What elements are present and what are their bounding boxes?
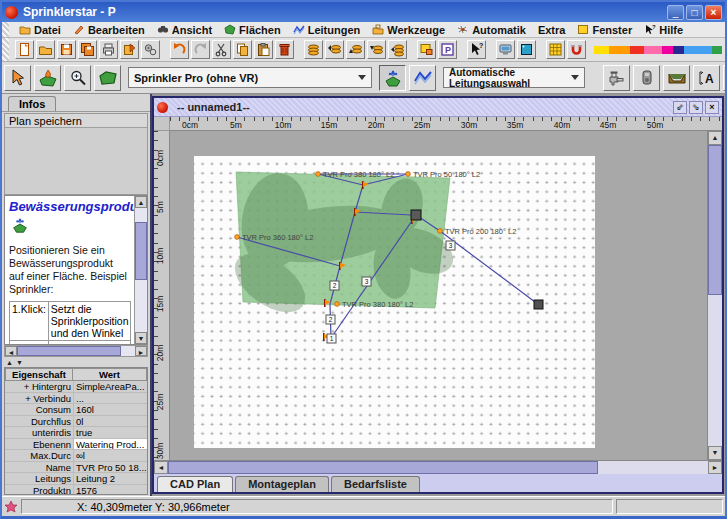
scrollbar-thumb[interactable] <box>708 145 722 295</box>
place-sprinkler-button[interactable] <box>379 65 406 91</box>
table-row[interactable]: Max.Durc∞l <box>5 450 147 462</box>
color-pink[interactable] <box>644 46 662 54</box>
color-yellow[interactable] <box>594 46 609 54</box>
table-row[interactable]: Durchflus0l <box>5 416 147 428</box>
help-mode-button[interactable]: ? <box>467 40 486 59</box>
menu-automatik[interactable]: Automatik <box>451 22 532 37</box>
tab-montageplan[interactable]: Montageplan <box>235 476 329 492</box>
menu-bearbeiten[interactable]: Bearbeiten <box>67 22 151 37</box>
new-window-button[interactable] <box>417 40 436 59</box>
info-vertical-scrollbar[interactable]: ▲ ▼ <box>134 196 147 344</box>
scrollbar-thumb[interactable] <box>17 346 121 356</box>
color-navy[interactable] <box>673 46 684 54</box>
faucet-button[interactable] <box>603 65 630 91</box>
layers-3-button[interactable] <box>346 40 365 59</box>
plan-p-button[interactable]: P <box>438 40 457 59</box>
color-green[interactable] <box>712 46 722 54</box>
splitter-up-icon[interactable]: ▲ <box>6 359 13 366</box>
color-orange[interactable] <box>609 46 630 54</box>
splitter-down-icon[interactable]: ▼ <box>16 359 23 366</box>
splitter-handle[interactable]: ▲ ▼ <box>2 357 150 367</box>
canvas-vertical-scrollbar[interactable]: ▲ ▼ <box>707 131 722 460</box>
table-row[interactable]: Consum160l <box>5 404 147 416</box>
zoom-button[interactable] <box>64 65 91 91</box>
color-strip[interactable] <box>594 46 722 54</box>
scroll-up-icon[interactable]: ▲ <box>708 131 722 145</box>
frame-restore-button[interactable]: ⇘ <box>689 101 703 114</box>
viewport-button[interactable] <box>517 40 536 59</box>
delete-button[interactable] <box>275 40 294 59</box>
cut-button[interactable] <box>212 40 231 59</box>
select-button[interactable] <box>4 65 31 91</box>
tab-cad-plan[interactable]: CAD Plan <box>157 476 233 492</box>
menu-fenster[interactable]: Fenster <box>571 22 638 37</box>
table-row[interactable]: Produktn1576 <box>5 485 147 496</box>
selected-node[interactable] <box>411 210 421 220</box>
sprinkler-combo[interactable]: Sprinkler Pro (ohne VR) <box>128 67 372 88</box>
pipes-combo[interactable]: Automatische Leitungsauswahl <box>443 67 585 88</box>
header-eigenschaft[interactable]: Eigenschaft <box>5 368 73 381</box>
cad-canvas[interactable]: TVR Pro 380 180° L2 TVR Pro 50 180° L2 T… <box>170 131 707 460</box>
menu-hilfe[interactable]: ? Hilfe <box>638 22 689 37</box>
menu-ansicht[interactable]: Ansicht <box>151 22 218 37</box>
paste-button[interactable] <box>254 40 273 59</box>
monitor-button[interactable] <box>496 40 515 59</box>
scrollbar-thumb[interactable] <box>168 461 598 474</box>
water-source-node[interactable] <box>534 300 543 309</box>
maximize-button[interactable]: □ <box>686 5 703 20</box>
measure-button[interactable] <box>723 65 727 91</box>
layers-4-button[interactable] <box>367 40 386 59</box>
tab-bedarfsliste[interactable]: Bedarfsliste <box>331 476 420 492</box>
auto-text-button[interactable]: A <box>693 65 720 91</box>
pump-button[interactable] <box>633 65 660 91</box>
frame-minimize-button[interactable]: ⇙ <box>673 101 687 114</box>
snap-button[interactable] <box>567 40 586 59</box>
grid-button[interactable] <box>546 40 565 59</box>
area-button[interactable] <box>94 65 121 91</box>
scroll-down-icon[interactable]: ▼ <box>135 332 147 344</box>
scrollbar-thumb[interactable] <box>135 222 147 280</box>
menu-werkzeuge[interactable]: Werkzeuge <box>366 22 451 37</box>
frame-close-button[interactable]: × <box>705 101 719 114</box>
table-row[interactable]: + HintergruSimpleAreaPa... <box>5 381 147 393</box>
scroll-right-icon[interactable]: ► <box>708 461 722 474</box>
toolbar-grip[interactable] <box>2 38 9 61</box>
trough-button[interactable] <box>663 65 690 91</box>
scroll-up-icon[interactable]: ▲ <box>135 196 147 208</box>
settings-button[interactable] <box>141 40 160 59</box>
copy-button[interactable] <box>233 40 252 59</box>
minimize-button[interactable]: _ <box>667 5 684 20</box>
canvas-horizontal-scrollbar[interactable]: ◄ ► <box>154 460 722 474</box>
undo-button[interactable] <box>170 40 189 59</box>
save-all-button[interactable] <box>78 40 97 59</box>
menu-leitungen[interactable]: Leitungen <box>287 22 367 37</box>
table-row[interactable]: unterirdistrue <box>5 427 147 439</box>
list-item-plan-speichern[interactable]: Plan speichern <box>5 114 147 128</box>
open-button[interactable] <box>36 40 55 59</box>
info-horizontal-scrollbar[interactable]: ◄ ► <box>4 345 148 357</box>
save-button[interactable] <box>57 40 76 59</box>
menu-datei[interactable]: Datei <box>13 22 67 37</box>
layers-2-button[interactable] <box>325 40 344 59</box>
table-row[interactable]: EbenennWatering Prod... <box>5 439 147 451</box>
layers-1-button[interactable] <box>304 40 323 59</box>
print-button[interactable] <box>99 40 118 59</box>
color-magenta[interactable] <box>662 46 673 54</box>
property-vertical-scrollbar[interactable]: ▲ ▼ <box>147 368 148 494</box>
color-red[interactable] <box>630 46 644 54</box>
redo-button[interactable] <box>191 40 210 59</box>
frame-title-bar[interactable]: -- unnamed1-- ⇙ ⇘ × <box>154 98 722 117</box>
export-button[interactable] <box>120 40 139 59</box>
scroll-left-icon[interactable]: ◄ <box>5 346 17 356</box>
scroll-left-icon[interactable]: ◄ <box>154 461 168 474</box>
tab-infos[interactable]: Infos <box>8 96 56 111</box>
table-row[interactable]: + Verbindu... <box>5 393 147 405</box>
color-blue[interactable] <box>684 46 712 54</box>
scroll-down-icon[interactable]: ▼ <box>708 446 722 460</box>
table-row[interactable]: LeitungsLeitung 2 <box>5 473 147 485</box>
menu-grip[interactable] <box>2 22 9 37</box>
menu-flaechen[interactable]: Flächen <box>218 22 287 37</box>
cad-drawing[interactable]: TVR Pro 380 180° L2 TVR Pro 50 180° L2 T… <box>170 131 707 460</box>
scroll-right-icon[interactable]: ► <box>135 346 147 356</box>
table-row[interactable]: NameTVR Pro 50 18... <box>5 462 147 474</box>
